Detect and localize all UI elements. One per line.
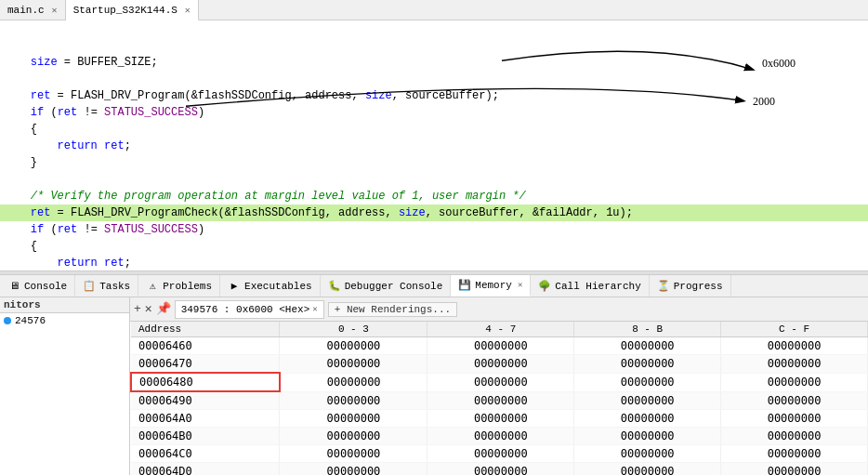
memory-value: 00000000	[574, 463, 721, 476]
table-row: 000064C000000000000000000000000000000000	[131, 445, 868, 463]
new-rendering-button[interactable]: + New Renderings...	[328, 302, 457, 317]
memory-panel: + ✕ 📌 349576 : 0x6000 <Hex> ✕ + New Rend…	[130, 297, 868, 475]
table-row: 000064A000000000000000000000000000000000	[131, 410, 868, 428]
code-line: return ret;	[0, 138, 868, 154]
tab-call-hierarchy[interactable]: 🌳 Call Hierarchy	[531, 275, 649, 297]
table-row: 000064B000000000000000000000000000000000	[131, 428, 868, 445]
memory-address: 00006480	[131, 373, 280, 391]
monitor-dot	[4, 317, 11, 324]
memory-address: 00006490	[131, 391, 280, 410]
memory-value: 00000000	[280, 337, 427, 355]
tab-debugger-console[interactable]: 🐛 Debugger Console	[321, 275, 452, 297]
memory-value: 00000000	[721, 373, 868, 391]
memory-value: 00000000	[427, 337, 574, 355]
editor-tab-bar: main.c ✕ Startup_S32K144.S ✕	[0, 0, 868, 20]
memory-tab-close[interactable]: ✕	[312, 304, 317, 314]
remove-icon[interactable]: ✕	[145, 303, 152, 315]
monitor-item: 24576	[0, 313, 129, 328]
problems-icon: ⚠	[146, 280, 159, 293]
memory-icon: 💾	[458, 279, 471, 292]
exec-icon: ▶	[228, 280, 241, 293]
memory-value: 00000000	[721, 410, 868, 428]
code-line: ret = FLASH_DRV_Program(&flashSSDConfig,…	[0, 87, 868, 104]
col-0-3: 0 - 3	[280, 322, 427, 337]
memory-value: 00000000	[427, 355, 574, 374]
tab-close-startup[interactable]: ✕	[185, 5, 191, 16]
memory-value: 00000000	[721, 445, 868, 463]
tab-label: main.c	[7, 5, 45, 16]
col-8-b: 8 - B	[574, 322, 721, 337]
memory-value: 00000000	[280, 373, 427, 391]
code-line	[0, 171, 868, 188]
tab-startup[interactable]: Startup_S32K144.S ✕	[66, 0, 199, 20]
memory-value: 00000000	[721, 391, 868, 410]
memory-address: 00006470	[131, 355, 280, 374]
memory-value: 00000000	[280, 428, 427, 445]
tab-label: Startup_S32K144.S	[73, 5, 178, 16]
memory-value: 00000000	[280, 391, 427, 410]
code-content: size = BUFFER_SIZE; ret = FLASH_DRV_Prog…	[0, 20, 868, 270]
pin-icon[interactable]: 📌	[156, 303, 171, 315]
table-row: 0000649000000000000000000000000000000000	[131, 391, 868, 410]
memory-value: 00000000	[280, 355, 427, 374]
memory-value: 00000000	[427, 410, 574, 428]
memory-table-header: Address 0 - 3 4 - 7 8 - B C - F	[131, 322, 868, 337]
tab-progress-label: Progress	[674, 281, 723, 292]
table-row: 000064D000000000000000000000000000000000	[131, 463, 868, 476]
add-rendering-icon[interactable]: +	[134, 303, 141, 315]
col-4-7: 4 - 7	[427, 322, 574, 337]
tab-tasks[interactable]: 📋 Tasks	[75, 275, 138, 297]
memory-address: 00006460	[131, 337, 280, 355]
bottom-tab-bar: 🖥 Console 📋 Tasks ⚠ Problems ▶ Executabl…	[0, 275, 868, 297]
memory-address: 000064A0	[131, 410, 280, 428]
memory-table-container[interactable]: Address 0 - 3 4 - 7 8 - B C - F 00006460…	[130, 322, 868, 475]
monitors-header: nitors	[0, 297, 129, 313]
memory-address: 000064C0	[131, 445, 280, 463]
code-line: if (ret != STATUS_SUCCESS)	[0, 104, 868, 121]
code-line: size = BUFFER_SIZE;	[0, 54, 868, 71]
bottom-content: nitors 24576 + ✕ 📌 349576 : 0x6000 <Hex>…	[0, 297, 868, 475]
memory-value: 00000000	[574, 428, 721, 445]
hierarchy-icon: 🌳	[538, 280, 551, 293]
memory-value: 00000000	[574, 445, 721, 463]
tab-exec-label: Executables	[244, 281, 312, 292]
memory-value: 00000000	[427, 428, 574, 445]
tab-executables[interactable]: ▶ Executables	[220, 275, 321, 297]
tab-memory-close[interactable]: ✕	[518, 280, 522, 290]
memory-tab-text: 349576 : 0x6000 <Hex>	[181, 304, 310, 315]
memory-value: 00000000	[427, 445, 574, 463]
tasks-icon: 📋	[83, 280, 96, 293]
tab-console[interactable]: 🖥 Console	[0, 275, 75, 297]
code-line: }	[0, 154, 868, 171]
table-row: 0000646000000000000000000000000000000000	[131, 337, 868, 355]
bottom-panel: 🖥 Console 📋 Tasks ⚠ Problems ▶ Executabl…	[0, 275, 868, 475]
tab-progress[interactable]: ⏳ Progress	[650, 275, 731, 297]
tab-console-label: Console	[24, 281, 67, 292]
memory-value: 00000000	[427, 373, 574, 391]
tab-problems[interactable]: ⚠ Problems	[138, 275, 220, 297]
table-row: 0000647000000000000000000000000000000000	[131, 355, 868, 374]
col-c-f: C - F	[721, 322, 868, 337]
tab-debug-label: Debugger Console	[345, 281, 443, 292]
tab-hierarchy-label: Call Hierarchy	[555, 281, 640, 292]
memory-value: 00000000	[721, 428, 868, 445]
tab-problems-label: Problems	[163, 281, 212, 292]
memory-value: 00000000	[574, 410, 721, 428]
memory-value: 00000000	[574, 391, 721, 410]
memory-table: Address 0 - 3 4 - 7 8 - B C - F 00006460…	[130, 322, 868, 475]
col-address: Address	[131, 322, 280, 337]
memory-toolbar: + ✕ 📌 349576 : 0x6000 <Hex> ✕ + New Rend…	[130, 297, 868, 322]
tab-tasks-label: Tasks	[99, 281, 130, 292]
debug-icon: 🐛	[328, 280, 341, 293]
memory-tab-label[interactable]: 349576 : 0x6000 <Hex> ✕	[175, 300, 324, 319]
memory-value: 00000000	[574, 337, 721, 355]
code-line: {	[0, 238, 868, 255]
memory-value: 00000000	[721, 355, 868, 374]
memory-value: 00000000	[574, 355, 721, 374]
tab-close-main-c[interactable]: ✕	[52, 5, 58, 16]
tab-main-c[interactable]: main.c ✕	[0, 0, 66, 20]
memory-value: 00000000	[280, 410, 427, 428]
monitor-value: 24576	[15, 315, 46, 326]
tab-memory[interactable]: 💾 Memory ✕	[451, 275, 531, 297]
code-line: if (ret != STATUS_SUCCESS)	[0, 221, 868, 238]
